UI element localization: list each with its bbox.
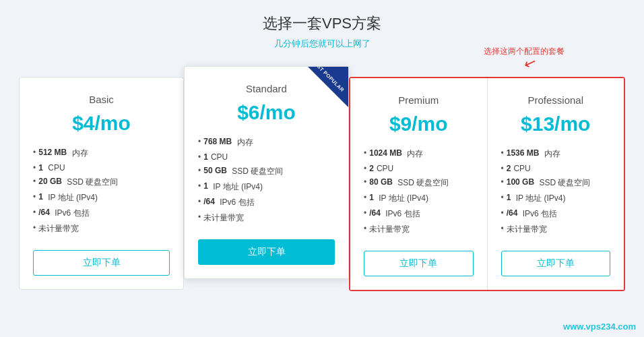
feature-professional-0: 1536 MB 内存 [501, 146, 611, 162]
feature-standard-1: 1CPU [198, 150, 335, 164]
plan-card-standard: MOST POPULAR Standard $6/mo 768 MB 内存 1C… [184, 66, 349, 279]
plan-features-professional: 1536 MB 内存 2CPU 100 GB SSD 硬盘空间 1 IP 地址 … [501, 146, 611, 237]
feature-premium-1: 2CPU [364, 162, 474, 175]
feature-professional-2: 100 GB SSD 硬盘空间 [501, 175, 611, 191]
feature-premium-2: 80 GB SSD 硬盘空间 [364, 175, 474, 191]
order-button-premium[interactable]: 立即下单 [364, 251, 474, 276]
plans-container: 选择这两个配置的套餐 ↙ Basic $4/mo 512 MB 内存 1 CPU… [19, 66, 625, 291]
feature-premium-3: 1 IP 地址 (IPv4) [364, 191, 474, 206]
order-button-basic[interactable]: 立即下单 [33, 250, 170, 276]
plan-price-basic: $4/mo [33, 112, 170, 135]
feature-premium-5: 未计量带宽 [364, 222, 474, 237]
feature-basic-4: /64 IPv6 包括 [33, 206, 170, 221]
feature-professional-3: 1 IP 地址 (IPv4) [501, 191, 611, 206]
plan-features-standard: 768 MB 内存 1CPU 50 GB SSD 硬盘空间 1 IP 地址 (I… [198, 135, 335, 226]
feature-basic-5: 未计量带宽 [33, 221, 170, 237]
plan-name-basic: Basic [33, 94, 170, 105]
plan-name-premium: Premium [364, 94, 474, 106]
feature-professional-5: 未计量带宽 [501, 222, 611, 237]
watermark: www.vps234.com [563, 321, 636, 332]
annotation: 选择这两个配置的套餐 ↙ [484, 46, 565, 72]
page-title: 选择一套VPS方案 [263, 13, 381, 34]
plan-price-professional: $13/mo [501, 113, 611, 135]
plan-card-basic: Basic $4/mo 512 MB 内存 1 CPU 20 GB SSD 硬盘… [19, 77, 184, 290]
order-button-professional[interactable]: 立即下单 [501, 251, 611, 276]
plan-features-basic: 512 MB 内存 1 CPU 20 GB SSD 硬盘空间 1 IP 地址 (… [33, 146, 170, 237]
feature-basic-0: 512 MB 内存 [33, 146, 170, 161]
plan-card-premium: Premium $9/mo 1024 MB 内存 2CPU 80 GB SSD … [350, 78, 488, 290]
feature-premium-4: /64 IPv6 包括 [364, 206, 474, 222]
feature-standard-4: /64 IPv6 包括 [198, 195, 335, 210]
feature-standard-0: 768 MB 内存 [198, 135, 335, 150]
order-button-standard[interactable]: 立即下单 [198, 239, 335, 265]
feature-standard-3: 1 IP 地址 (IPv4) [198, 179, 335, 195]
plan-group-highlighted: Premium $9/mo 1024 MB 内存 2CPU 80 GB SSD … [349, 77, 625, 291]
feature-professional-4: /64 IPv6 包括 [501, 206, 611, 222]
plan-price-premium: $9/mo [364, 113, 474, 135]
plan-features-premium: 1024 MB 内存 2CPU 80 GB SSD 硬盘空间 1 IP 地址 (… [364, 146, 474, 237]
most-popular-text: MOST POPULAR [309, 67, 345, 93]
feature-basic-1: 1 CPU [33, 161, 170, 175]
feature-basic-2: 20 GB SSD 硬盘空间 [33, 175, 170, 190]
annotation-text: 选择这两个配置的套餐 [484, 46, 565, 57]
feature-standard-5: 未计量带宽 [198, 210, 335, 226]
page-subtitle: 几分钟后您就可以上网了 [274, 38, 371, 50]
feature-standard-2: 50 GB SSD 硬盘空间 [198, 164, 335, 179]
most-popular-badge: MOST POPULAR [308, 67, 348, 107]
feature-professional-1: 2CPU [501, 162, 611, 175]
feature-premium-0: 1024 MB 内存 [364, 146, 474, 162]
plan-card-professional: Professional $13/mo 1536 MB 内存 2CPU 100 … [488, 78, 624, 290]
plan-name-professional: Professional [501, 94, 611, 106]
feature-basic-3: 1 IP 地址 (IPv4) [33, 190, 170, 206]
